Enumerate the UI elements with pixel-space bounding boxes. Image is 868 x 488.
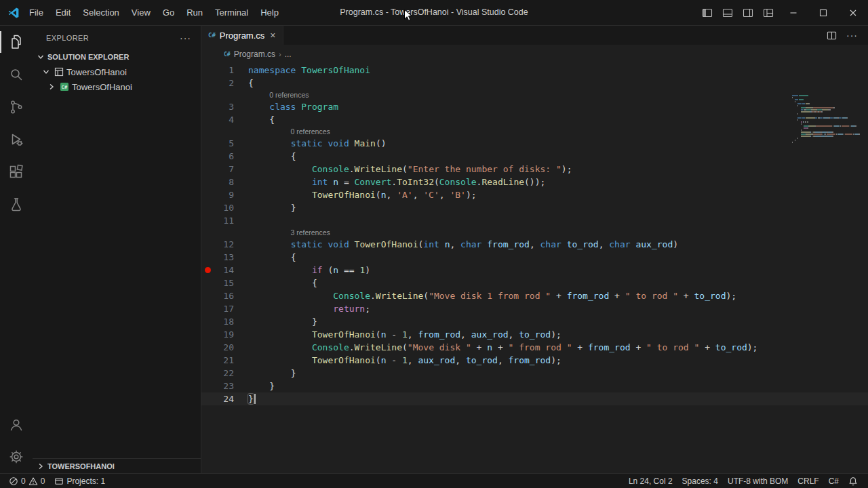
minimap[interactable]	[792, 95, 860, 144]
code-line[interactable]: 23 }	[201, 380, 868, 392]
breadcrumb-item-file[interactable]: Program.cs	[234, 49, 275, 59]
code-line[interactable]: 9 TowerOfHanoi(n, 'A', 'C', 'B');	[201, 188, 868, 201]
glyph-margin[interactable]	[201, 113, 214, 126]
tab-program-cs[interactable]: C# Program.cs ×	[201, 26, 283, 45]
glyph-margin[interactable]	[201, 238, 214, 251]
code-text: {	[248, 150, 296, 163]
activity-extensions-icon[interactable]	[0, 156, 33, 188]
split-editor-icon[interactable]	[823, 30, 840, 41]
menu-help[interactable]: Help	[254, 0, 285, 25]
settings-gear-icon[interactable]	[0, 441, 33, 473]
glyph-margin[interactable]	[201, 328, 214, 341]
glyph-margin[interactable]	[201, 367, 214, 380]
glyph-margin[interactable]	[201, 277, 214, 289]
customize-layout-icon[interactable]	[758, 0, 778, 25]
glyph-margin[interactable]	[201, 100, 214, 113]
projects-indicator[interactable]: Projects: 1	[50, 474, 110, 488]
code-line[interactable]: 2{	[201, 77, 868, 89]
code-line[interactable]: 15 {	[201, 277, 868, 289]
code-line[interactable]: 14 if (n == 1)	[201, 264, 868, 277]
menu-terminal[interactable]: Terminal	[209, 0, 254, 25]
code-line[interactable]: 13 {	[201, 251, 868, 264]
menu-go[interactable]: Go	[157, 0, 180, 25]
glyph-margin[interactable]	[201, 264, 214, 277]
menu-file[interactable]: File	[23, 0, 50, 25]
activity-testing-icon[interactable]	[0, 188, 33, 221]
glyph-margin[interactable]	[201, 163, 214, 176]
breadcrumb-item-symbol[interactable]: ...	[285, 49, 292, 59]
code-editor[interactable]: 1namespace TowersOfHanoi2{0 references3 …	[201, 64, 868, 473]
code-line[interactable]: 1namespace TowersOfHanoi	[201, 64, 868, 77]
minimize-button[interactable]	[778, 0, 808, 25]
explorer-more-actions-icon[interactable]: ···	[176, 33, 195, 43]
toggle-primary-sidebar-icon[interactable]	[697, 0, 717, 25]
activity-run-debug-icon[interactable]	[0, 123, 33, 156]
encoding[interactable]: UTF-8 with BOM	[723, 474, 793, 488]
breakpoint-dot[interactable]	[205, 267, 211, 273]
towersofhanoi-section[interactable]: TOWERSOFHANOI	[33, 458, 201, 473]
codelens-references[interactable]: 3 references	[290, 227, 330, 238]
glyph-margin[interactable]	[201, 289, 214, 302]
tree-item-solution[interactable]: TowersOfHanoi	[33, 64, 201, 79]
toggle-panel-icon[interactable]	[717, 0, 738, 25]
line-number: 13	[214, 251, 234, 264]
codelens-references[interactable]: 0 references	[269, 89, 309, 100]
menu-view[interactable]: View	[125, 0, 157, 25]
glyph-margin[interactable]	[201, 302, 214, 315]
code-line[interactable]: 5 static void Main()	[201, 137, 868, 150]
toggle-secondary-sidebar-icon[interactable]	[738, 0, 758, 25]
activity-source-control-icon[interactable]	[0, 91, 33, 123]
code-line[interactable]: 8 int n = Convert.ToInt32(Console.ReadLi…	[201, 176, 868, 188]
code-line[interactable]: 24}	[201, 392, 868, 405]
maximize-button[interactable]	[808, 0, 838, 25]
eol-sequence[interactable]: CRLF	[793, 474, 823, 488]
glyph-margin[interactable]	[201, 214, 214, 227]
glyph-margin[interactable]	[201, 77, 214, 89]
code-line[interactable]: 6 {	[201, 150, 868, 163]
close-button[interactable]	[838, 0, 868, 25]
code-line[interactable]: 10 }	[201, 201, 868, 214]
glyph-margin[interactable]	[201, 392, 214, 405]
accounts-icon[interactable]	[0, 408, 33, 441]
tree-item-project[interactable]: C# TowersOfHanoi	[33, 79, 201, 94]
solution-explorer-section[interactable]: SOLUTION EXPLORER	[33, 49, 201, 64]
menu-run[interactable]: Run	[180, 0, 209, 25]
glyph-margin[interactable]	[201, 315, 214, 328]
solution-icon	[54, 66, 64, 77]
code-line[interactable]: 4 {	[201, 113, 868, 126]
language-mode[interactable]: C#	[824, 474, 844, 488]
code-line[interactable]: 17 return;	[201, 302, 868, 315]
menu-edit[interactable]: Edit	[50, 0, 77, 25]
glyph-margin[interactable]	[201, 176, 214, 188]
glyph-margin[interactable]	[201, 64, 214, 77]
glyph-margin[interactable]	[201, 150, 214, 163]
code-line[interactable]: 21 TowerOfHanoi(n - 1, aux_rod, to_rod, …	[201, 354, 868, 367]
code-line[interactable]: 3 class Program	[201, 100, 868, 113]
code-line[interactable]: 7 Console.WriteLine("Enter the number of…	[201, 163, 868, 176]
indentation[interactable]: Spaces: 4	[677, 474, 723, 488]
problems-indicator[interactable]: 0 0	[4, 474, 50, 488]
menu-selection[interactable]: Selection	[77, 0, 125, 25]
glyph-margin[interactable]	[201, 251, 214, 264]
glyph-margin[interactable]	[201, 201, 214, 214]
code-line[interactable]: 12 static void TowerOfHanoi(int n, char …	[201, 238, 868, 251]
glyph-margin[interactable]	[201, 188, 214, 201]
notifications-bell-icon[interactable]	[844, 474, 863, 488]
code-line[interactable]: 11	[201, 214, 868, 227]
code-line[interactable]: 19 TowerOfHanoi(n - 1, from_rod, aux_rod…	[201, 328, 868, 341]
editor-more-actions-icon[interactable]: ···	[843, 30, 861, 41]
code-line[interactable]: 22 }	[201, 367, 868, 380]
cursor-position[interactable]: Ln 24, Col 2	[624, 474, 677, 488]
code-line[interactable]: 16 Console.WriteLine("Move disk 1 from r…	[201, 289, 868, 302]
codelens-references[interactable]: 0 references	[290, 126, 330, 137]
code-line[interactable]: 18 }	[201, 315, 868, 328]
activity-explorer-icon[interactable]	[0, 26, 33, 58]
glyph-margin[interactable]	[201, 137, 214, 150]
glyph-margin[interactable]	[201, 380, 214, 392]
activity-search-icon[interactable]	[0, 58, 33, 91]
glyph-margin[interactable]	[201, 354, 214, 367]
solution-explorer-label: SOLUTION EXPLORER	[47, 53, 129, 61]
code-line[interactable]: 20 Console.WriteLine("Move disk " + n + …	[201, 341, 868, 354]
glyph-margin[interactable]	[201, 341, 214, 354]
tab-close-icon[interactable]: ×	[270, 30, 275, 40]
